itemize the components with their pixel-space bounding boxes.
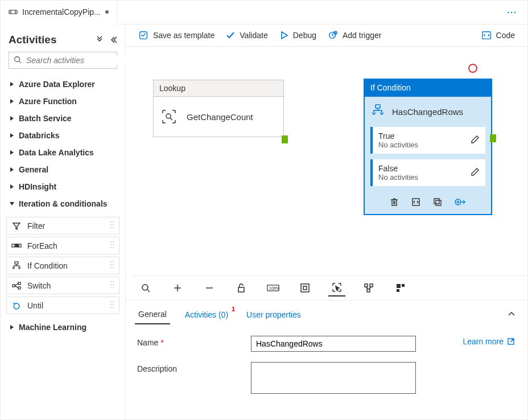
svg-point-52 xyxy=(113,301,114,302)
output-port[interactable] xyxy=(282,135,288,143)
activity-if-condition[interactable]: If Condition HasChangedRows xyxy=(364,79,492,215)
properties-tab-activities-label: Activities (0) xyxy=(185,310,228,319)
lookup-icon xyxy=(159,107,179,126)
svg-line-106 xyxy=(510,339,513,342)
properties-tab-activities[interactable]: Activities (0)1 xyxy=(182,306,232,324)
collapse-panel-icon[interactable] xyxy=(505,307,518,323)
activity-draggable-label: ForEach xyxy=(27,241,57,250)
tabs-more-button[interactable]: ··· xyxy=(497,1,527,24)
svg-point-86 xyxy=(142,285,148,290)
grip-icon xyxy=(110,281,114,290)
code-icon[interactable] xyxy=(411,197,420,208)
expand-all-icon[interactable] xyxy=(96,36,104,44)
properties-tab-user-properties[interactable]: User properties xyxy=(243,306,304,324)
activity-draggable[interactable]: ForEach xyxy=(6,237,119,254)
svg-point-26 xyxy=(113,244,114,245)
tree-node[interactable]: Data Lake Analytics xyxy=(1,144,125,161)
activity-draggable[interactable]: If Condition xyxy=(6,257,119,274)
svg-point-35 xyxy=(113,261,114,262)
svg-point-53 xyxy=(110,304,112,305)
zoom-search-icon[interactable] xyxy=(137,279,154,297)
branch-true-label: True xyxy=(378,131,418,141)
tree-node[interactable]: Azure Data Explorer xyxy=(1,76,125,93)
activity-type-icon xyxy=(11,241,22,250)
svg-rect-22 xyxy=(19,244,21,247)
tree-node[interactable]: Databricks xyxy=(1,127,125,144)
description-input[interactable] xyxy=(251,362,416,394)
svg-line-68 xyxy=(170,118,172,120)
select-tool-icon[interactable] xyxy=(328,279,345,297)
svg-rect-69 xyxy=(376,105,380,108)
learn-more-link[interactable]: Learn more xyxy=(463,337,515,346)
activity-draggable-label: Switch xyxy=(27,281,51,290)
branch-true[interactable]: True No activities xyxy=(370,127,485,154)
tree-node-iteration[interactable]: Iteration & conditionals xyxy=(1,195,125,212)
search-input[interactable] xyxy=(26,56,127,65)
activity-draggable[interactable]: Until xyxy=(6,297,119,314)
svg-line-4 xyxy=(19,61,22,63)
activity-draggable[interactable]: Switch xyxy=(6,277,119,294)
code-button[interactable]: Code xyxy=(481,30,515,40)
copy-icon[interactable] xyxy=(433,197,442,208)
svg-marker-10 xyxy=(10,167,14,172)
if-condition-icon xyxy=(370,104,385,120)
zoom-out-icon[interactable] xyxy=(201,279,218,297)
output-port[interactable] xyxy=(490,134,496,142)
svg-rect-20 xyxy=(12,244,15,247)
svg-rect-81 xyxy=(434,199,439,204)
svg-point-67 xyxy=(166,114,171,118)
svg-point-39 xyxy=(113,267,114,268)
activity-draggable[interactable]: Filter xyxy=(6,217,119,234)
svg-line-62 xyxy=(332,35,334,36)
svg-marker-96 xyxy=(336,286,339,290)
annotation-circle xyxy=(468,64,477,73)
branch-false[interactable]: False No activities xyxy=(370,159,485,186)
add-trigger-button[interactable]: Add trigger xyxy=(328,30,381,40)
add-next-icon[interactable] xyxy=(455,197,466,208)
caret-right-icon xyxy=(9,116,15,121)
grip-icon xyxy=(110,300,114,310)
tree-node-label: HDInsight xyxy=(19,182,56,191)
fit-screen-icon[interactable] xyxy=(296,279,314,297)
svg-point-48 xyxy=(113,284,114,285)
save-as-template-button[interactable]: Save as template xyxy=(138,30,214,40)
svg-line-43 xyxy=(15,283,18,286)
pipeline-toolbar: Save as template Validate Debug Add trig… xyxy=(126,24,527,47)
edit-icon[interactable] xyxy=(471,135,480,146)
tab-pipeline[interactable]: IncrementalCopyPip... xyxy=(1,1,117,24)
validate-button[interactable]: Validate xyxy=(226,31,268,40)
delete-icon[interactable] xyxy=(390,197,399,208)
tree-node-label: Azure Data Explorer xyxy=(19,80,95,89)
tree-node[interactable]: Azure Function xyxy=(1,93,125,110)
lock-icon[interactable] xyxy=(233,279,250,297)
name-input[interactable] xyxy=(251,336,416,352)
caret-down-icon xyxy=(9,201,15,207)
tree-node-label: Data Lake Analytics xyxy=(19,148,94,157)
svg-rect-103 xyxy=(402,284,405,287)
svg-point-34 xyxy=(110,261,112,262)
svg-line-44 xyxy=(15,286,18,288)
activity-lookup[interactable]: Lookup GetChangeCount xyxy=(153,80,284,137)
tree-node[interactable]: Machine Learning xyxy=(1,319,125,336)
svg-rect-80 xyxy=(436,200,441,205)
svg-rect-94 xyxy=(301,284,309,292)
debug-button[interactable]: Debug xyxy=(279,31,316,40)
tree-node[interactable]: HDInsight xyxy=(1,178,125,195)
activity-type-icon xyxy=(11,221,22,230)
svg-point-36 xyxy=(110,264,112,265)
auto-align-icon[interactable] xyxy=(360,279,377,297)
tree-node[interactable]: General xyxy=(1,161,125,178)
caret-right-icon xyxy=(9,81,15,87)
zoom-in-icon[interactable] xyxy=(169,279,186,297)
pipeline-canvas[interactable]: Lookup GetChangeCount xyxy=(126,47,527,300)
properties-tab-general[interactable]: General xyxy=(135,305,170,324)
svg-point-45 xyxy=(110,281,112,282)
minimap-icon[interactable] xyxy=(392,279,409,297)
collapse-sidebar-icon[interactable] xyxy=(109,36,117,44)
pipeline-icon xyxy=(9,7,18,17)
svg-rect-42 xyxy=(18,287,20,289)
tree-node[interactable]: Batch Service xyxy=(1,110,125,127)
zoom-100-icon[interactable]: 100% xyxy=(265,279,282,297)
svg-point-55 xyxy=(110,307,112,308)
edit-icon[interactable] xyxy=(471,167,480,178)
